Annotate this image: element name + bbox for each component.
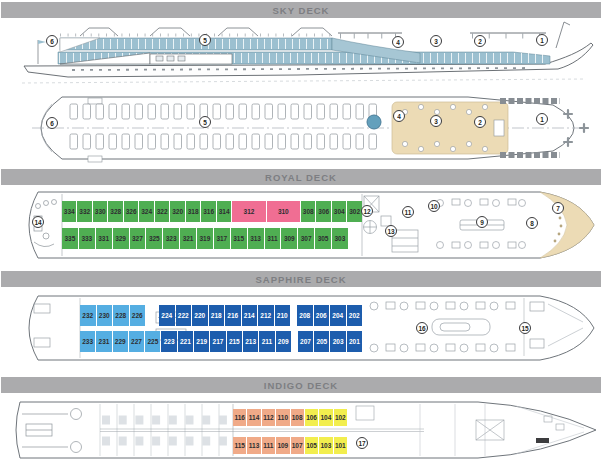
cabin-103: 103 xyxy=(319,437,332,454)
cabin-305: 305 xyxy=(315,228,331,249)
cabin-202: 202 xyxy=(347,305,363,326)
cabin-115: 115 xyxy=(233,437,246,454)
cabin-311: 311 xyxy=(265,228,281,249)
cabin-223: 223 xyxy=(161,331,176,352)
cabin-332: 332 xyxy=(77,201,91,222)
cabin-203: 203 xyxy=(330,331,345,352)
cabin-205: 205 xyxy=(314,331,329,352)
cabin-306: 306 xyxy=(316,201,330,222)
cabin-204: 204 xyxy=(330,305,346,326)
cabin-216: 216 xyxy=(225,305,241,326)
cabin-207: 207 xyxy=(298,331,313,352)
cabin-315: 315 xyxy=(231,228,247,249)
cabin-108: 108 xyxy=(291,409,304,426)
cabin-224: 224 xyxy=(159,305,175,326)
cabin-324: 324 xyxy=(139,201,153,222)
cabin-329: 329 xyxy=(113,228,129,249)
cabin-213: 213 xyxy=(243,331,258,352)
sky-deck-title: SKY DECK xyxy=(273,5,330,16)
sapphire-deck-header: SAPPHIRE DECK xyxy=(1,271,601,287)
cabin-334: 334 xyxy=(62,201,76,222)
indigo-deck-title: INDIGO DECK xyxy=(264,380,338,391)
cabin-308: 308 xyxy=(301,201,315,222)
cabin-102: 102 xyxy=(334,409,347,426)
cabin-310: 310 xyxy=(267,201,300,222)
cabin-318: 318 xyxy=(186,201,200,222)
cabin-320: 320 xyxy=(170,201,184,222)
cabin-104: 104 xyxy=(319,409,332,426)
cabin-303: 303 xyxy=(332,228,348,249)
cabin-312: 312 xyxy=(232,201,265,222)
cabin-211: 211 xyxy=(259,331,274,352)
cabin-209: 209 xyxy=(276,331,291,352)
cabin-107: 107 xyxy=(291,437,304,454)
royal-deck-cabin-row-bottom: 3353333313293273253233213193173153133113… xyxy=(62,228,348,249)
cabin-230: 230 xyxy=(97,305,113,326)
royal-deck-cabin-row-top: 3343323303283263243223203183163143123103… xyxy=(62,201,362,222)
cabin-row-gap xyxy=(292,331,297,352)
cabin-331: 331 xyxy=(96,228,112,249)
cabin-201: 201 xyxy=(347,331,362,352)
indigo-deck-cabin-row-bottom: 115113111109107105103101 xyxy=(233,437,347,454)
cabin-225: 225 xyxy=(145,331,160,352)
cabin-319: 319 xyxy=(197,228,213,249)
cabin-317: 317 xyxy=(214,228,230,249)
cabin-328: 328 xyxy=(108,201,122,222)
cabin-110: 110 xyxy=(276,409,289,426)
cabin-322: 322 xyxy=(155,201,169,222)
cabin-214: 214 xyxy=(242,305,258,326)
cabin-335: 335 xyxy=(62,228,78,249)
cabin-114: 114 xyxy=(247,409,260,426)
sapphire-deck-title: SAPPHIRE DECK xyxy=(255,274,346,285)
cabin-232: 232 xyxy=(80,305,96,326)
sapphire-deck-cabin-row-top: 2322302282262242222202182162142122102082… xyxy=(80,305,362,326)
cabin-221: 221 xyxy=(178,331,193,352)
cabin-325: 325 xyxy=(146,228,162,249)
sky-deck-top-view-drawing xyxy=(8,92,602,168)
cabin-212: 212 xyxy=(258,305,274,326)
cabin-227: 227 xyxy=(129,331,144,352)
cabin-113: 113 xyxy=(247,437,260,454)
cabin-304: 304 xyxy=(332,201,346,222)
cabin-219: 219 xyxy=(194,331,209,352)
cabin-302: 302 xyxy=(347,201,361,222)
cabin-323: 323 xyxy=(163,228,179,249)
cabin-327: 327 xyxy=(130,228,146,249)
royal-deck-title: ROYAL DECK xyxy=(265,172,337,183)
pool-icon xyxy=(367,115,381,129)
sky-lounge-area xyxy=(392,102,508,154)
ship-deck-plan: SKY DECK xyxy=(0,0,602,474)
cabin-309: 309 xyxy=(281,228,297,249)
cabin-226: 226 xyxy=(130,305,146,326)
cabin-row-gap xyxy=(146,305,158,326)
cabin-313: 313 xyxy=(248,228,264,249)
cabin-208: 208 xyxy=(297,305,313,326)
cabin-333: 333 xyxy=(79,228,95,249)
cabin-321: 321 xyxy=(180,228,196,249)
royal-deck-header: ROYAL DECK xyxy=(1,169,601,185)
cabin-215: 215 xyxy=(227,331,242,352)
cabin-210: 210 xyxy=(275,305,291,326)
cabin-222: 222 xyxy=(176,305,192,326)
cabin-330: 330 xyxy=(93,201,107,222)
cabin-109: 109 xyxy=(276,437,289,454)
cabin-231: 231 xyxy=(96,331,111,352)
cabin-111: 111 xyxy=(262,437,275,454)
indigo-deck-cabin-row-top: 116114112110108106104102 xyxy=(233,409,347,426)
cabin-314: 314 xyxy=(217,201,231,222)
cabin-307: 307 xyxy=(298,228,314,249)
royal-deck-drawing xyxy=(8,186,602,266)
cabin-326: 326 xyxy=(124,201,138,222)
cabin-233: 233 xyxy=(80,331,95,352)
cabin-228: 228 xyxy=(113,305,129,326)
cabin-116: 116 xyxy=(233,409,246,426)
indigo-deck-header: INDIGO DECK xyxy=(1,377,601,393)
cabin-229: 229 xyxy=(113,331,128,352)
cabin-112: 112 xyxy=(262,409,275,426)
sky-deck-header: SKY DECK xyxy=(1,2,601,18)
cabin-316: 316 xyxy=(201,201,215,222)
cabin-row-gap xyxy=(291,305,296,326)
cabin-206: 206 xyxy=(314,305,330,326)
cabin-220: 220 xyxy=(192,305,208,326)
cabin-218: 218 xyxy=(209,305,225,326)
